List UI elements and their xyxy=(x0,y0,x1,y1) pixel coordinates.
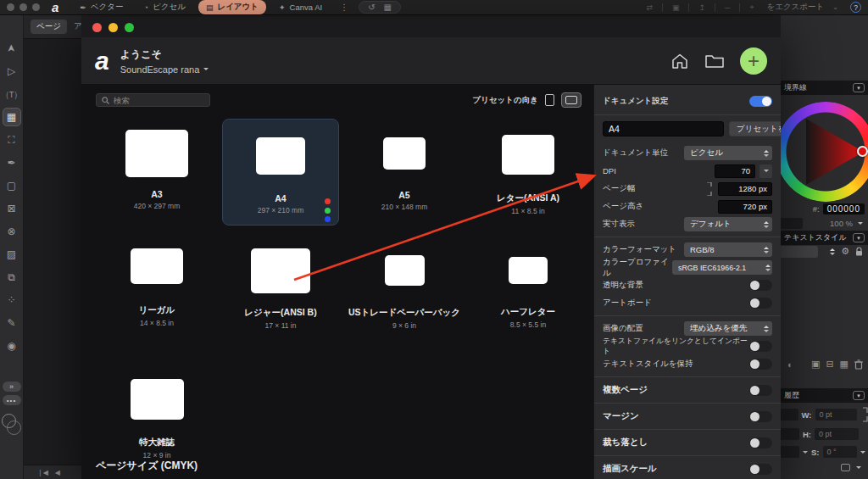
upload-icon[interactable]: ↥ xyxy=(694,3,709,12)
preset-card-a5[interactable]: A5 210 × 148 mm xyxy=(346,119,463,226)
window-close-button[interactable] xyxy=(7,3,14,11)
text-styles-panel-header[interactable]: テキストスタイル ▼ xyxy=(781,231,868,245)
anchor-box-icon[interactable] xyxy=(841,464,850,471)
tab-canva-ai[interactable]: ✦Canva AI xyxy=(271,1,330,14)
chevron-down-icon[interactable] xyxy=(856,466,861,469)
bleed-toggle[interactable] xyxy=(749,437,772,448)
export-button[interactable]: をエクスポート xyxy=(763,2,827,13)
chevron-down-icon[interactable] xyxy=(858,222,863,225)
help-button[interactable]: ? xyxy=(850,2,861,13)
preset-card-legal[interactable]: リーガル 14 × 8.5 in xyxy=(98,237,215,344)
snapping-icon[interactable]: ▣ xyxy=(668,3,684,12)
artboard-tool-icon[interactable]: ⛶ xyxy=(3,131,21,149)
node-tool-icon[interactable]: ▷ xyxy=(3,62,21,81)
folder-icon[interactable]: ⊟ xyxy=(826,359,833,370)
dpi-dropdown-button[interactable] xyxy=(760,164,772,178)
minimize-button[interactable] xyxy=(108,23,118,32)
w-field[interactable]: 0 pt xyxy=(815,409,857,421)
artboard-toggle[interactable] xyxy=(749,298,772,309)
envelope-tool-icon[interactable]: ⊠ xyxy=(3,199,21,218)
fill-stroke-swatches[interactable] xyxy=(2,414,22,436)
expand-tools-button[interactable]: » xyxy=(3,382,21,392)
transparent-bg-toggle[interactable] xyxy=(749,280,772,291)
trash-icon[interactable] xyxy=(854,359,863,370)
close-button[interactable] xyxy=(92,23,102,32)
tab-pages[interactable]: ページ xyxy=(31,19,67,34)
page-height-field[interactable]: 720 px xyxy=(718,200,772,214)
gear-icon[interactable]: ⚙ xyxy=(841,246,849,257)
create-preset-button[interactable]: プリセットを作成 xyxy=(729,121,781,136)
y-field-cut[interactable] xyxy=(781,428,799,440)
preset-card-letter[interactable]: レター(ANSI A) 11 × 8.5 in xyxy=(470,119,587,226)
import-text-linked-toggle[interactable] xyxy=(749,341,772,352)
pages-tool-icon[interactable]: ⧉ xyxy=(3,268,21,287)
preset-card-ledger[interactable]: レジャー(ANSI B) 17 × 11 in xyxy=(222,237,339,344)
hex-value-field[interactable]: 000000 xyxy=(823,203,865,214)
color-selector-handle[interactable] xyxy=(857,146,868,157)
color-format-select[interactable]: RGB/8 xyxy=(684,242,772,257)
tab-pixel[interactable]: ◔ピクセル xyxy=(136,0,193,14)
node-edit-tool-icon[interactable]: ⁘ xyxy=(3,291,21,309)
tab-assets[interactable]: アセット xyxy=(74,21,81,32)
opacity-slider[interactable] xyxy=(781,218,803,229)
pen-tool-icon[interactable]: ✒ xyxy=(3,153,21,172)
chevron-down-icon[interactable]: ⌄ xyxy=(832,3,838,11)
history-panel-header[interactable]: 履歴 ▼ xyxy=(781,388,868,403)
margin-toggle[interactable] xyxy=(749,411,772,422)
h-field[interactable]: 0 pt xyxy=(815,428,859,440)
first-page-icon[interactable]: ❘◀ xyxy=(37,469,48,476)
x-field-cut[interactable] xyxy=(781,409,798,421)
table-tool-icon[interactable]: ▦ xyxy=(3,108,21,126)
color-wheel[interactable] xyxy=(776,102,868,202)
preset-card-a3[interactable]: A3 420 × 297 mm xyxy=(98,119,215,226)
link-dimensions-icon[interactable] xyxy=(862,407,868,422)
checkerboard-icon[interactable]: ▦ xyxy=(840,359,849,370)
draw-scale-toggle[interactable] xyxy=(749,464,772,475)
search-target-icon[interactable]: ⌖ xyxy=(745,3,758,12)
minus-icon[interactable]: ─ xyxy=(721,3,734,12)
new-image-icon[interactable]: ▣ xyxy=(811,359,820,370)
window-zoom-button[interactable] xyxy=(32,3,40,11)
preset-name-input[interactable] xyxy=(603,121,724,136)
lock-icon[interactable] xyxy=(855,247,863,256)
actual-size-select[interactable]: デフォルト xyxy=(684,217,772,231)
link-dimensions-icon[interactable] xyxy=(706,182,713,196)
image-placement-select[interactable]: 埋め込みを優先 xyxy=(684,321,772,336)
tab-layout[interactable]: ▤レイアウト xyxy=(198,0,266,14)
style-select[interactable] xyxy=(781,246,818,258)
open-folder-icon[interactable] xyxy=(704,53,725,70)
portrait-orientation-icon[interactable] xyxy=(545,94,554,106)
account-menu[interactable]: SoundEscape rana xyxy=(120,64,209,75)
unit-select[interactable]: ピクセル xyxy=(684,146,772,160)
rotate-field-cut[interactable] xyxy=(781,446,799,458)
color-profile-select[interactable]: sRGB IEC61966-2.1 xyxy=(672,260,772,275)
rectangle-tool-icon[interactable]: ▢ xyxy=(3,176,21,195)
search-input[interactable] xyxy=(114,96,198,105)
color-sampler-tool-icon[interactable]: ◉ xyxy=(3,337,21,355)
document-settings-toggle[interactable] xyxy=(749,96,772,107)
stepper-icon[interactable] xyxy=(830,248,835,255)
window-minimize-button[interactable] xyxy=(19,3,27,11)
search-field[interactable] xyxy=(96,93,210,107)
collapse-chevron-icon[interactable]: ▼ xyxy=(853,391,865,400)
preset-card-trade-paperback[interactable]: USトレードペーパーバック 9 × 6 in xyxy=(346,237,463,344)
stroke-swatch[interactable] xyxy=(7,421,21,435)
multipage-toggle[interactable] xyxy=(749,385,772,396)
collapse-chevron-icon[interactable]: ▼ xyxy=(853,233,865,242)
dpi-field[interactable]: 70 xyxy=(715,164,755,178)
prev-page-icon[interactable]: ◀ xyxy=(55,469,60,476)
ellipse-tool-icon[interactable]: ⊗ xyxy=(3,222,21,241)
opacity-value[interactable]: 100 % xyxy=(830,219,853,228)
more-tabs-button[interactable]: ⋮ xyxy=(335,3,353,12)
brush-tool-icon[interactable]: ✎ xyxy=(3,314,21,332)
landscape-orientation-button[interactable] xyxy=(561,92,581,108)
s-field[interactable]: 0 ° xyxy=(823,446,857,458)
collapse-chevron-icon[interactable]: ▼ xyxy=(853,83,865,92)
frame-text-tool-icon[interactable]: 🄣 xyxy=(3,85,21,103)
home-icon[interactable] xyxy=(670,52,689,70)
image-tool-icon[interactable]: ▨ xyxy=(3,245,21,264)
new-document-plus-button[interactable]: + xyxy=(740,47,767,75)
preset-card-half-letter[interactable]: ハーフレター 8.5 × 5.5 in xyxy=(470,237,587,344)
keep-text-styles-toggle[interactable] xyxy=(749,359,772,370)
page-width-field[interactable]: 1280 px xyxy=(718,182,772,196)
